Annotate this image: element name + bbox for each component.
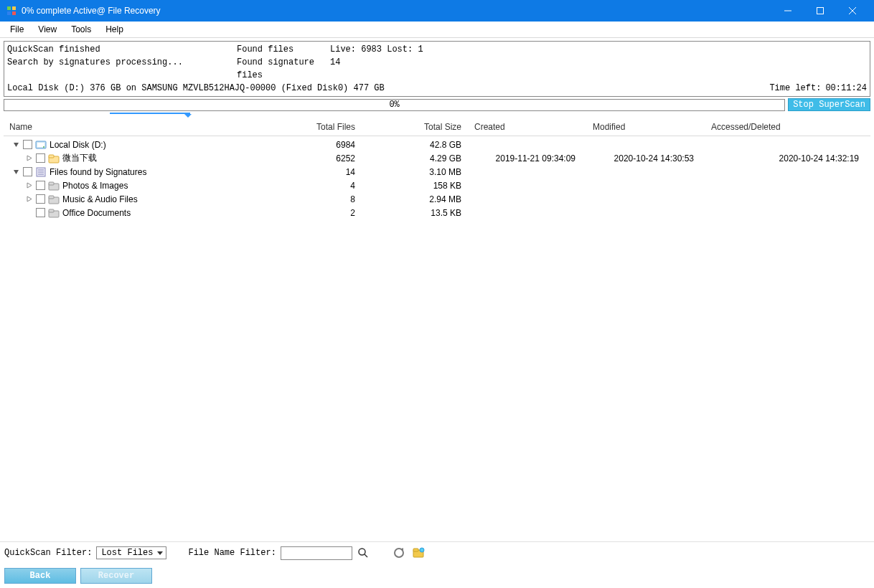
col-header-created[interactable]: Created	[469, 122, 587, 132]
stop-superscan-button[interactable]: Stop SuperScan	[788, 98, 870, 111]
cell-size: 4.29 GB	[384, 153, 469, 163]
menu-file[interactable]: File	[3, 22, 31, 37]
menu-view[interactable]: View	[31, 22, 64, 37]
svg-rect-5	[817, 8, 823, 14]
col-header-size[interactable]: Total Size	[384, 122, 469, 132]
col-header-files[interactable]: Total Files	[291, 122, 384, 132]
expander-icon[interactable]	[25, 195, 33, 203]
svg-rect-20	[49, 196, 54, 199]
maximize-button[interactable]	[804, 0, 836, 22]
scan-status-panel: QuickScan finished Found files Live: 698…	[4, 41, 870, 97]
table-row[interactable]: Music & Audio Files82.94 MB	[4, 192, 870, 206]
progress-row: 0% Stop SuperScan	[4, 98, 870, 111]
svg-rect-18	[49, 182, 54, 185]
cell-size: 2.94 MB	[384, 194, 469, 204]
status-found-label: Found files	[237, 43, 330, 56]
recover-button[interactable]: Recover	[80, 568, 152, 584]
expander-icon[interactable]	[12, 141, 20, 148]
status-time-left: 00:11:24	[825, 82, 867, 95]
svg-point-23	[359, 549, 365, 555]
cell-size: 42.8 GB	[384, 140, 469, 150]
cell-accessed: 2020-10-24 14:32:19	[705, 153, 870, 163]
close-button[interactable]	[836, 0, 868, 22]
cell-size: 13.5 KB	[384, 208, 469, 218]
row-name: Files found by Signatures	[50, 167, 146, 177]
quickscan-filter-dropdown[interactable]: Lost Files	[96, 546, 166, 559]
cell-files: 6252	[291, 153, 384, 163]
svg-point-28	[420, 548, 424, 552]
cell-created: 2019-11-21 09:34:09	[469, 153, 587, 163]
cell-modified: 2020-10-24 14:30:53	[587, 153, 705, 163]
expander-icon[interactable]	[12, 168, 20, 176]
col-header-modified[interactable]: Modified	[587, 122, 705, 132]
table-row[interactable]: 微当下载62524.29 GB2019-11-21 09:34:092020-1…	[4, 151, 870, 165]
svg-rect-2	[7, 11, 11, 15]
row-checkbox[interactable]	[36, 208, 45, 217]
svg-rect-0	[7, 6, 11, 10]
col-header-accessed[interactable]: Accessed/Deleted	[705, 122, 870, 132]
svg-line-24	[365, 554, 367, 557]
button-row: Back Recover	[0, 564, 874, 588]
menu-help[interactable]: Help	[98, 22, 131, 37]
svg-point-10	[43, 146, 44, 148]
table-row[interactable]: Files found by Signatures143.10 MB	[4, 165, 870, 179]
refresh-icon[interactable]	[391, 545, 407, 561]
svg-rect-27	[413, 549, 418, 551]
cell-files: 2	[291, 208, 384, 218]
row-checkbox[interactable]	[36, 194, 45, 204]
cell-size: 3.10 MB	[384, 167, 469, 177]
folder-tool-icon[interactable]	[411, 545, 427, 561]
row-checkbox[interactable]	[36, 181, 45, 190]
col-header-name[interactable]: Name	[4, 122, 291, 132]
disk-icon	[35, 139, 47, 151]
cell-size: 158 KB	[384, 181, 469, 191]
svg-rect-22	[49, 209, 54, 212]
row-name: Photos & Images	[62, 181, 128, 191]
search-button[interactable]	[357, 546, 370, 559]
filter-row: QuickScan Filter: Lost Files File Name F…	[0, 541, 874, 564]
cell-files: 8	[291, 194, 384, 204]
cell-files: 14	[291, 167, 384, 177]
app-icon	[6, 5, 17, 16]
results-grid: Name Total Files Total Size Created Modi…	[4, 118, 870, 549]
quickscan-filter-label: QuickScan Filter:	[4, 548, 92, 558]
status-live-lost: Live: 6983 Lost: 1	[330, 43, 867, 56]
svg-rect-12	[49, 155, 54, 158]
row-checkbox[interactable]	[23, 167, 32, 176]
progress-text: 0%	[389, 100, 399, 110]
row-name: Music & Audio Files	[62, 194, 138, 204]
sigs-icon	[35, 166, 47, 178]
status-sig-label: Found signature files	[237, 56, 330, 82]
column-resize-indicator	[4, 113, 870, 117]
expander-icon[interactable]	[25, 181, 33, 189]
svg-rect-1	[12, 6, 16, 10]
row-name: Office Documents	[62, 208, 131, 218]
table-row[interactable]: Office Documents213.5 KB	[4, 206, 870, 219]
row-name: Local Disk (D:)	[50, 140, 106, 150]
status-quickscan: QuickScan finished	[7, 43, 237, 56]
back-button[interactable]: Back	[4, 568, 76, 584]
filefolder-icon	[48, 194, 60, 205]
status-time-left-label: Time left:	[769, 82, 821, 95]
expander-icon[interactable]	[25, 154, 33, 162]
table-row[interactable]: Local Disk (D:)698442.8 GB	[4, 138, 870, 151]
row-checkbox[interactable]	[23, 140, 32, 149]
minimize-button[interactable]	[771, 0, 804, 22]
window-title: 0% complete Active@ File Recovery	[22, 6, 161, 16]
bottom-area: QuickScan Filter: Lost Files File Name F…	[0, 541, 874, 588]
cell-files: 4	[291, 181, 384, 191]
row-checkbox[interactable]	[36, 153, 45, 163]
table-row[interactable]: Photos & Images4158 KB	[4, 179, 870, 192]
cell-files: 6984	[291, 140, 384, 150]
titlebar: 0% complete Active@ File Recovery	[0, 0, 874, 22]
status-disk-info: Local Disk (D:) 376 GB on SAMSUNG MZVLB5…	[7, 82, 769, 95]
row-name: 微当下载	[62, 152, 97, 164]
status-sig-search: Search by signatures processing...	[7, 56, 237, 82]
filefolder-icon	[48, 207, 60, 219]
menu-tools[interactable]: Tools	[64, 22, 98, 37]
filename-filter-label: File Name Filter:	[188, 548, 276, 558]
svg-rect-3	[12, 11, 16, 15]
filename-filter-input[interactable]	[281, 546, 352, 560]
progress-bar: 0%	[4, 99, 785, 111]
svg-rect-9	[37, 143, 44, 147]
